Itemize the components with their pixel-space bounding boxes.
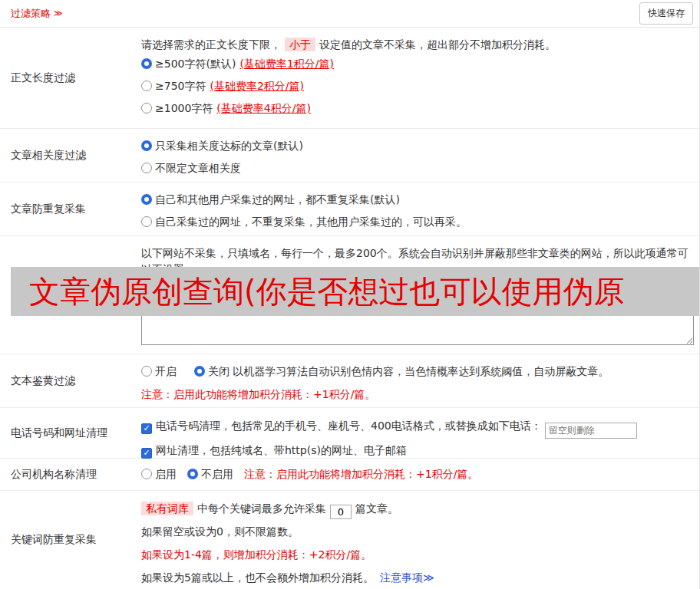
radio-option-750-chars[interactable]: ≥750字符(基础费率2积分/篇) xyxy=(141,75,694,97)
radio-icon[interactable] xyxy=(141,163,152,173)
keyword-dedup-line1: 私有词库中每个关键词最多允许采集篇文章。 xyxy=(141,497,694,520)
notice-link[interactable]: 注意事项≫ xyxy=(380,571,434,584)
option-label: ≥1000字符 xyxy=(155,102,213,114)
content-length-filter-content: 请选择需求的正文长度下限，小于设定值的文章不采集，超出部分不增加积分消耗。 ≥5… xyxy=(130,28,699,128)
intro-before: 请选择需求的正文长度下限， xyxy=(141,38,281,51)
intro-after: 设定值的文章不采集，超出部分不增加积分消耗。 xyxy=(319,38,556,51)
line1-after: 篇文章。 xyxy=(355,502,398,515)
radio-icon[interactable] xyxy=(187,469,198,479)
row-phone-url-cleanup: 电话号码和网址清理 电话号码清理，包括常见的手机号、座机号、400电话格式，或替… xyxy=(0,408,699,459)
radio-icon[interactable] xyxy=(141,366,152,377)
option-label: 关闭 xyxy=(208,365,229,377)
radio-option-company-disable[interactable]: 不启用 xyxy=(187,463,233,485)
phone-cleanup-label: 电话号码清理，包括常见的手机号、座机号、400电话格式，或替换成如下电话： xyxy=(156,420,542,432)
line1-mid: 中每个关键词最多允许采集 xyxy=(197,502,326,515)
radio-option-global-dedup[interactable]: 自己和其他用户采集过的网址，都不重复采集(默认) xyxy=(141,189,694,211)
relevance-filter-label: 文章相关度过滤 xyxy=(0,129,130,182)
option-label: 自己采集过的网址，不重复采集，其他用户采集过的，可以再采。 xyxy=(155,216,467,228)
radio-icon[interactable] xyxy=(141,140,152,151)
keyword-dedup-label: 关键词防重复采集 xyxy=(0,491,130,589)
porn-filter-label: 文本鉴黄过滤 xyxy=(0,354,130,407)
radio-option-porn-on[interactable]: 开启 xyxy=(141,365,177,377)
option-label: ≥750字符 xyxy=(155,80,206,92)
radio-icon[interactable] xyxy=(141,81,152,91)
keyword-dedup-line3: 如果设为1-4篇，则增加积分消耗：+2积分/篇。 xyxy=(141,543,694,566)
radio-icon[interactable] xyxy=(141,216,152,227)
keyword-dedup-line2: 如果留空或设为0，则不限篇数。 xyxy=(141,520,694,543)
content-length-intro: 请选择需求的正文长度下限，小于设定值的文章不采集，超出部分不增加积分消耗。 xyxy=(141,37,694,53)
option-label: 启用 xyxy=(155,468,177,480)
replacement-phone-input[interactable] xyxy=(545,423,637,439)
promo-overlay-banner: 文章伪原创查询(你是否想过也可以使用伪原 xyxy=(11,267,699,316)
radio-icon[interactable] xyxy=(141,469,152,479)
option-label: 不启用 xyxy=(201,468,233,480)
radio-icon[interactable] xyxy=(141,58,152,69)
option-label: 自己和其他用户采集过的网址，都不重复采集(默认) xyxy=(155,193,400,206)
radio-option-company-enable[interactable]: 启用 xyxy=(141,463,177,485)
content-length-filter-label: 正文长度过滤 xyxy=(0,28,130,128)
radio-option-porn-off[interactable]: 关闭 xyxy=(194,365,229,377)
phone-url-cleanup-content: 电话号码清理，包括常见的手机号、座机号、400电话格式，或替换成如下电话： 网址… xyxy=(130,408,699,458)
company-cleanup-content: 启用 不启用 注意：启用此功能将增加积分消耗：+1积分/篇。 xyxy=(130,459,699,490)
row-content-length-filter: 正文长度过滤 请选择需求的正文长度下限，小于设定值的文章不采集，超出部分不增加积… xyxy=(0,28,699,129)
keyword-count-input[interactable] xyxy=(330,505,352,519)
dedup-filter-content: 自己和其他用户采集过的网址，都不重复采集(默认) 自己采集过的网址，不重复采集，… xyxy=(130,183,699,235)
option-label: 只采集相关度达标的文章(默认) xyxy=(155,140,303,152)
quick-save-button[interactable]: 快速保存 xyxy=(639,2,693,25)
fee-note: (基础费率4积分/篇) xyxy=(216,102,311,114)
radio-option-no-relevance-limit[interactable]: 不限定文章相关度 xyxy=(141,157,694,179)
company-cleanup-label: 公司机构名称清理 xyxy=(0,459,130,490)
porn-filter-note: 注意：启用此功能将增加积分消耗：+1积分/篇。 xyxy=(141,383,694,406)
row-relevance-filter: 文章相关度过滤 只采集相关度达标的文章(默认) 不限定文章相关度 xyxy=(0,129,699,183)
porn-filter-options: 开启 关闭 以机器学习算法自动识别色情内容，当色情概率达到系统阈值，自动屏蔽文章… xyxy=(141,360,694,383)
radio-option-500-chars[interactable]: ≥500字符(默认)(基础费率1积分/篇) xyxy=(141,53,694,75)
phone-url-cleanup-label: 电话号码和网址清理 xyxy=(0,408,130,458)
option-label: 开启 xyxy=(155,365,177,377)
option-label: 不限定文章相关度 xyxy=(155,162,241,174)
fee-note: (基础费率1积分/篇) xyxy=(239,58,334,70)
filter-strategy-page: 过滤策略 ≫ 快速保存 正文长度过滤 请选择需求的正文长度下限，小于设定值的文章… xyxy=(0,0,700,589)
porn-filter-content: 开启 关闭 以机器学习算法自动识别色情内容，当色情概率达到系统阈值，自动屏蔽文章… xyxy=(130,354,699,407)
page-header: 过滤策略 ≫ 快速保存 xyxy=(0,0,699,28)
collapse-arrow-icon: ≫ xyxy=(54,8,63,18)
row-dedup-filter: 文章防重复采集 自己和其他用户采集过的网址，都不重复采集(默认) 自己采集过的网… xyxy=(0,183,699,236)
page-title[interactable]: 过滤策略 ≫ xyxy=(11,7,63,21)
page-title-text: 过滤策略 xyxy=(11,7,51,21)
checkbox-icon[interactable] xyxy=(141,423,152,434)
keyword-dedup-line4: 如果设为5篇或以上，也不会额外增加积分消耗。注意事项≫ xyxy=(141,566,694,589)
radio-option-own-dedup[interactable]: 自己采集过的网址，不重复采集，其他用户采集过的，可以再采。 xyxy=(141,211,694,233)
porn-filter-description: 以机器学习算法自动识别色情内容，当色情概率达到系统阈值，自动屏蔽文章。 xyxy=(233,365,609,377)
row-company-cleanup: 公司机构名称清理 启用 不启用 注意：启用此功能将增加积分消耗：+1积分/篇。 xyxy=(0,459,699,491)
promo-overlay-text: 文章伪原创查询(你是否想过也可以使用伪原 xyxy=(29,271,625,313)
row-keyword-dedup: 关键词防重复采集 私有词库中每个关键词最多允许采集篇文章。 如果留空或设为0，则… xyxy=(0,491,699,589)
phone-cleanup-option[interactable]: 电话号码清理，包括常见的手机号、座机号、400电话格式，或替换成如下电话： xyxy=(141,414,694,439)
private-thesaurus-highlight[interactable]: 私有词库 xyxy=(141,502,193,515)
radio-icon[interactable] xyxy=(141,194,152,205)
less-than-highlight: 小于 xyxy=(285,38,315,51)
radio-option-1000-chars[interactable]: ≥1000字符(基础费率4积分/篇) xyxy=(141,97,694,120)
dedup-filter-label: 文章防重复采集 xyxy=(0,183,130,235)
relevance-filter-content: 只采集相关度达标的文章(默认) 不限定文章相关度 xyxy=(130,129,699,182)
fee-note: (基础费率2积分/篇) xyxy=(210,80,304,92)
checkbox-icon[interactable] xyxy=(141,448,152,459)
radio-icon[interactable] xyxy=(194,366,205,377)
keyword-dedup-content: 私有词库中每个关键词最多允许采集篇文章。 如果留空或设为0，则不限篇数。 如果设… xyxy=(130,491,699,589)
line4-text: 如果设为5篇或以上，也不会额外增加积分消耗。 xyxy=(141,571,374,584)
radio-icon[interactable] xyxy=(141,103,152,114)
radio-option-relevant-only[interactable]: 只采集相关度达标的文章(默认) xyxy=(141,135,694,157)
option-label: ≥500字符(默认) xyxy=(155,58,236,70)
row-porn-filter: 文本鉴黄过滤 开启 关闭 以机器学习算法自动识别色情内容，当色情概率达到系统阈值… xyxy=(0,354,699,408)
url-cleanup-label: 网址清理，包括纯域名、带http(s)的网址、电子邮箱 xyxy=(156,444,407,456)
company-cleanup-note: 注意：启用此功能将增加积分消耗：+1积分/篇。 xyxy=(244,468,478,482)
url-cleanup-option[interactable]: 网址清理，包括纯域名、带http(s)的网址、电子邮箱 xyxy=(141,439,694,462)
